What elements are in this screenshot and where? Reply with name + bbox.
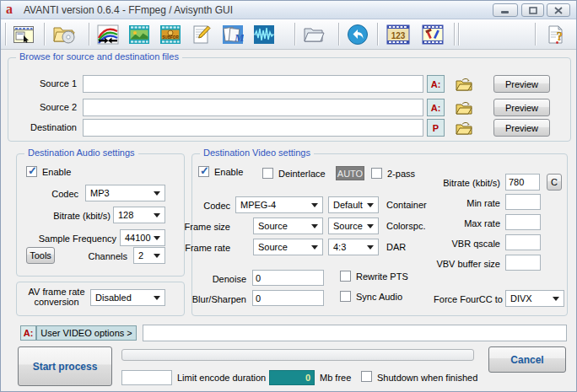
two-pass-checkbox[interactable] bbox=[371, 168, 382, 179]
audio-codec-select[interactable]: MP3 bbox=[85, 185, 165, 201]
limit-encode-duration-label: Limit encode duration bbox=[177, 373, 266, 383]
source2-preview-button[interactable]: Preview bbox=[493, 99, 550, 116]
frame-rate-value: Source bbox=[258, 242, 288, 252]
toolbar-button-video-frames[interactable] bbox=[126, 21, 153, 47]
min-rate-input[interactable] bbox=[505, 194, 541, 210]
colorspace-select[interactable]: Source bbox=[328, 217, 379, 234]
cancel-button[interactable]: Cancel bbox=[488, 346, 566, 373]
source1-browse-button[interactable] bbox=[453, 77, 475, 92]
audio-tools-button[interactable]: Tools bbox=[26, 247, 55, 264]
video-bitrate-input[interactable] bbox=[505, 174, 540, 191]
user-options-avs-tag-button[interactable]: A: bbox=[20, 325, 36, 341]
minimize-button[interactable] bbox=[493, 3, 518, 17]
start-process-button[interactable]: Start process bbox=[18, 346, 112, 386]
frame-rate-select[interactable]: Source bbox=[253, 239, 323, 255]
open-folder-icon bbox=[456, 101, 472, 115]
destination-p-tag-button[interactable]: P bbox=[427, 119, 445, 137]
preview-label: Preview bbox=[505, 123, 538, 133]
audio-sample-frequency-select[interactable]: 44100 bbox=[120, 229, 165, 246]
shutdown-when-finished-checkbox[interactable] bbox=[361, 371, 372, 382]
source1-avs-tag-button[interactable]: A: bbox=[427, 75, 445, 93]
dar-select[interactable]: 4:3 bbox=[328, 239, 379, 255]
sync-audio-checkbox[interactable] bbox=[340, 291, 351, 302]
undo-icon bbox=[347, 24, 369, 46]
toolbar-button-media-info[interactable]: M bbox=[219, 21, 246, 47]
deinterlace-auto-button[interactable]: AUTO bbox=[336, 166, 364, 180]
toolbar-button-audio-waveform[interactable] bbox=[251, 21, 278, 47]
bitrate-calculator-button[interactable]: C bbox=[547, 174, 562, 191]
chevron-down-icon bbox=[311, 203, 318, 207]
audio-bitrate-select[interactable]: 128 bbox=[113, 207, 165, 223]
video-codec-select[interactable]: MPEG-4 bbox=[235, 196, 323, 213]
toolbar-button-video-tools[interactable] bbox=[419, 21, 446, 47]
toolbar-separator bbox=[89, 23, 89, 46]
frame-size-value: Source bbox=[258, 221, 288, 231]
max-rate-input[interactable] bbox=[505, 214, 541, 230]
toolbar-button-fade-join[interactable] bbox=[94, 21, 121, 47]
colorspace-value: Source bbox=[333, 221, 363, 231]
deinterlace-checkbox[interactable] bbox=[262, 168, 273, 179]
blur-sharpen-input[interactable] bbox=[252, 290, 324, 306]
frame-rate-label: Frame rate bbox=[180, 243, 230, 253]
user-video-options-input[interactable] bbox=[143, 325, 567, 341]
open-folder-icon bbox=[456, 121, 472, 135]
toolbar-button-save-project[interactable] bbox=[49, 21, 79, 47]
source1-preview-button[interactable]: Preview bbox=[493, 75, 550, 93]
destination-input[interactable] bbox=[83, 119, 423, 137]
start-process-label: Start process bbox=[33, 361, 98, 373]
toolbar-button-subtitle-format[interactable]: SUBFOR bbox=[157, 21, 184, 47]
chevron-down-icon bbox=[154, 296, 160, 300]
vbr-qscale-input[interactable] bbox=[505, 234, 541, 250]
video-enable-checkbox[interactable] bbox=[198, 166, 209, 177]
svg-text:M: M bbox=[234, 31, 244, 44]
toolbar-button-open-folder[interactable] bbox=[300, 21, 327, 47]
title-bar[interactable]: a AVANTI version 0.6.4 - FFmpeg / Avisyn… bbox=[1, 1, 576, 19]
toolbar-separator bbox=[535, 23, 536, 46]
audio-codec-label: Codec bbox=[16, 189, 78, 199]
vbv-buffer-size-input[interactable] bbox=[505, 255, 541, 271]
video-codec-label: Codec bbox=[180, 201, 230, 211]
source2-browse-button[interactable] bbox=[453, 100, 475, 115]
destination-browse-button[interactable] bbox=[453, 121, 475, 136]
auto-label: AUTO bbox=[337, 169, 363, 179]
container-select[interactable]: Default bbox=[328, 196, 379, 213]
cancel-label: Cancel bbox=[510, 354, 543, 366]
source2-label: Source 2 bbox=[14, 102, 77, 112]
source2-input[interactable] bbox=[83, 99, 423, 116]
save-project-icon bbox=[52, 24, 76, 45]
maximize-button[interactable] bbox=[521, 3, 544, 17]
source2-avs-tag-button[interactable]: A: bbox=[427, 99, 445, 116]
force-fourcc-label: Force FourCC to bbox=[423, 294, 503, 304]
av-frame-rate-value: Disabled bbox=[95, 293, 132, 303]
chevron-down-icon bbox=[553, 297, 559, 301]
toolbar-button-edit-script[interactable] bbox=[188, 21, 215, 47]
toolbar-button-project-window[interactable] bbox=[10, 21, 37, 47]
toolbar-button-help[interactable]: ? bbox=[542, 21, 569, 47]
audio-group-title: Destination Audio settings bbox=[24, 148, 138, 158]
minimize-icon bbox=[501, 7, 510, 14]
preview-label: Preview bbox=[505, 79, 538, 89]
container-value: Default bbox=[333, 200, 363, 210]
user-options-tag-label: A: bbox=[24, 328, 34, 338]
chevron-down-icon bbox=[311, 245, 318, 250]
denoise-input[interactable] bbox=[252, 270, 324, 286]
force-fourcc-select[interactable]: DIVX bbox=[505, 290, 564, 307]
frame-size-select[interactable]: Source bbox=[253, 217, 323, 234]
close-button[interactable] bbox=[547, 3, 570, 17]
user-video-options-button[interactable]: User VIDEO options > bbox=[36, 325, 137, 341]
rewrite-pts-checkbox[interactable] bbox=[340, 271, 351, 282]
window-title: AVANTI version 0.6.4 - FFmpeg / Avisynth… bbox=[24, 4, 233, 16]
destination-preview-button[interactable]: Preview bbox=[493, 119, 550, 137]
audio-enable-checkbox[interactable] bbox=[26, 166, 37, 177]
av-frame-rate-select[interactable]: Disabled bbox=[90, 289, 165, 306]
chevron-down-icon bbox=[367, 245, 374, 250]
audio-channels-select[interactable]: 2 bbox=[133, 247, 165, 264]
toolbar-button-frame-counter[interactable]: 123 bbox=[385, 21, 412, 47]
audio-codec-value: MP3 bbox=[90, 188, 110, 198]
force-fourcc-value: DIVX bbox=[510, 293, 532, 303]
limit-encode-duration-input[interactable] bbox=[121, 370, 172, 385]
toolbar-button-undo[interactable] bbox=[344, 21, 371, 47]
vbr-qscale-label: VBR qscale bbox=[418, 239, 500, 249]
source1-input[interactable] bbox=[83, 75, 423, 93]
av-frame-rate-label: AV frame rate conversion bbox=[23, 287, 90, 307]
